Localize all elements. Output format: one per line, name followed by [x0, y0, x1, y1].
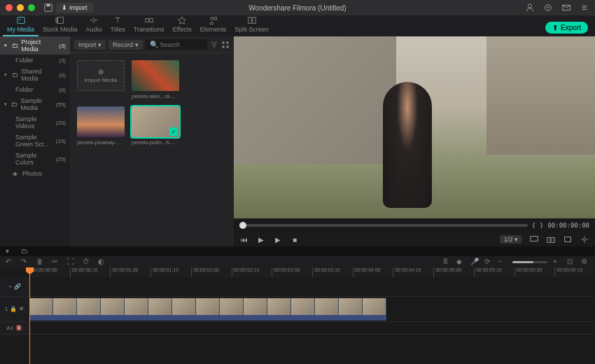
- zoom-out-icon[interactable]: −: [498, 258, 507, 266]
- record-dropdown[interactable]: Record ▾: [108, 40, 143, 50]
- sidebar-sample-colors[interactable]: Sample Colors(25): [0, 150, 70, 168]
- timeline-settings-icon[interactable]: ⚙: [581, 258, 589, 266]
- svg-point-6: [19, 19, 20, 20]
- zoom-select[interactable]: 1/2 ▾: [500, 235, 522, 244]
- stop-icon[interactable]: ■: [290, 234, 300, 244]
- grid-view-icon[interactable]: [221, 41, 230, 49]
- media-thumbnail: [132, 60, 179, 91]
- tab-stock-media[interactable]: Stock Media: [38, 13, 82, 36]
- crop-icon[interactable]: ⛶: [67, 258, 76, 266]
- menu-icon[interactable]: [580, 3, 589, 13]
- track-lane[interactable]: [29, 322, 595, 334]
- maximize-window[interactable]: [28, 4, 35, 11]
- export-button[interactable]: ⬆ Export: [545, 22, 588, 34]
- document-title: Wondershare Filmora (Untitled): [248, 4, 346, 12]
- lock-icon[interactable]: 🔒: [10, 306, 17, 312]
- redo-icon[interactable]: ↷: [21, 258, 29, 266]
- svg-point-23: [583, 238, 586, 241]
- tab-my-media[interactable]: My Media: [3, 13, 38, 36]
- time-ruler[interactable]: 00:00:00:00 00:00:00:15 00:00:01:00 00:0…: [29, 267, 595, 277]
- import-dropdown[interactable]: Import ▾: [74, 40, 106, 50]
- ruler-tick: 00:00:01:00: [110, 267, 150, 277]
- tab-effects[interactable]: Effects: [168, 13, 195, 36]
- sidebar-sample-videos[interactable]: Sample Videos(20): [0, 113, 70, 132]
- svg-rect-20: [547, 237, 555, 242]
- user-icon[interactable]: [525, 3, 535, 13]
- sidebar-folder-1[interactable]: Folder(3): [0, 55, 70, 66]
- link-icon[interactable]: 🔗: [14, 284, 21, 290]
- sidebar-sample-media[interactable]: ▾🗀Sample Media(55): [0, 95, 70, 113]
- ruler-tick: 00:00:03:15: [312, 267, 353, 277]
- delete-icon[interactable]: 🗑: [36, 258, 45, 266]
- speed-icon[interactable]: ⏱: [83, 258, 91, 266]
- tab-split-screen[interactable]: Split Screen: [230, 13, 273, 36]
- prev-frame-icon[interactable]: ⏮: [239, 234, 249, 244]
- media-grid: ⊕Import Media pexels-alex...nt-4585185 p…: [70, 53, 234, 246]
- add-track-icon[interactable]: +: [8, 284, 12, 290]
- mute-icon[interactable]: 🔇: [15, 325, 22, 331]
- next-frame-icon[interactable]: ▶: [273, 234, 283, 244]
- tab-audio[interactable]: Audio: [82, 13, 106, 36]
- save-icon[interactable]: [43, 3, 53, 13]
- search-box[interactable]: 🔍: [146, 39, 207, 50]
- mark-in[interactable]: {: [532, 222, 536, 229]
- sidebar-sample-green[interactable]: Sample Green Scr...(10): [0, 132, 70, 150]
- filter-icon[interactable]: [210, 41, 218, 49]
- track-lane[interactable]: [29, 297, 595, 321]
- svg-rect-16: [227, 41, 229, 43]
- color-icon[interactable]: ◐: [98, 258, 106, 266]
- snapshot-icon[interactable]: [546, 234, 556, 244]
- tab-titles[interactable]: Titles: [106, 13, 130, 36]
- folder-icon: 🗀: [12, 71, 18, 78]
- tab-transitions[interactable]: Transitions: [130, 13, 169, 36]
- settings-icon[interactable]: [580, 234, 589, 244]
- sidebar-photos[interactable]: ◈Photos: [0, 168, 70, 179]
- preview-viewport[interactable]: [234, 36, 595, 218]
- clip-audio[interactable]: [29, 315, 386, 321]
- play-icon[interactable]: ▶: [256, 234, 266, 244]
- minimize-window[interactable]: [17, 4, 24, 11]
- aspect-icon[interactable]: [563, 234, 573, 244]
- close-window[interactable]: [6, 4, 13, 11]
- tab-elements[interactable]: Elements: [196, 13, 231, 36]
- import-button[interactable]: ⬇ Import: [56, 3, 93, 13]
- display-icon[interactable]: [529, 234, 539, 244]
- zoom-in-icon[interactable]: +: [553, 258, 561, 266]
- video-clip[interactable]: [29, 298, 386, 315]
- media-thumbnail: ✓: [132, 106, 179, 137]
- zoom-slider[interactable]: [512, 261, 547, 263]
- ruler-tick: 00:00:00:00: [29, 267, 70, 277]
- window-controls: [6, 4, 35, 11]
- sidebar-project-media[interactable]: ▾🗀Project Media(3): [0, 36, 70, 55]
- new-folder-icon[interactable]: 🗀: [21, 247, 29, 255]
- mail-icon[interactable]: [561, 3, 571, 13]
- split-icon[interactable]: ✂: [52, 258, 60, 266]
- mixer-icon[interactable]: 🎚: [442, 258, 451, 266]
- playhead[interactable]: [29, 267, 30, 364]
- track-header[interactable]: + 🔗: [0, 277, 29, 296]
- preview-panel: { } 00:00:00:00 ⏮ ▶ ▶ ■ 1/2 ▾: [234, 36, 595, 246]
- cloud-sync-icon[interactable]: [543, 3, 553, 13]
- mark-out[interactable]: }: [540, 222, 543, 229]
- tracks-area: + 🔗 1 🔒 👁 A1 🔇: [0, 277, 595, 335]
- marker-icon[interactable]: ◆: [456, 258, 465, 266]
- media-item[interactable]: pexels-pixabay-462030: [77, 106, 125, 146]
- undo-icon[interactable]: ↶: [6, 258, 14, 266]
- ruler-tick: 00:00:06:15: [554, 267, 595, 277]
- scrub-handle[interactable]: [239, 222, 246, 229]
- collapse-icon[interactable]: ▾: [6, 247, 14, 255]
- zoom-fit-icon[interactable]: ⊡: [567, 258, 575, 266]
- eye-icon[interactable]: 👁: [19, 306, 24, 312]
- track-header[interactable]: A1 🔇: [0, 322, 29, 334]
- track-header[interactable]: 1 🔒 👁: [0, 297, 29, 321]
- import-media-tile[interactable]: ⊕Import Media: [77, 60, 125, 99]
- media-item[interactable]: pexels-alex...nt-4585185: [132, 60, 179, 99]
- svg-rect-22: [565, 237, 571, 242]
- sidebar-shared-media[interactable]: ▾🗀Shared Media(0): [0, 66, 70, 84]
- search-input[interactable]: [160, 41, 195, 48]
- scrub-track[interactable]: [239, 224, 528, 227]
- mic-icon[interactable]: 🎤: [470, 258, 479, 266]
- media-item-selected[interactable]: ✓ pexels-polin...h-5385879: [132, 106, 179, 146]
- render-icon[interactable]: ⟳: [484, 258, 493, 266]
- sidebar-folder-2[interactable]: Folder(0): [0, 84, 70, 95]
